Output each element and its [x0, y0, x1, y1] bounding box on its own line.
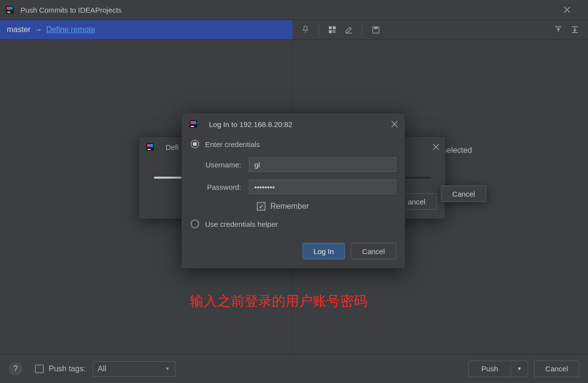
pin-icon[interactable]	[298, 22, 313, 37]
annotation-text: 输入之前登录的用户账号密码	[190, 292, 367, 310]
push-dropdown-icon[interactable]: ▼	[511, 366, 528, 371]
enter-credentials-option[interactable]: Enter credentials	[182, 135, 405, 153]
login-dialog: Log In to 192.168.8.20:82 Enter credenti…	[181, 113, 405, 269]
password-label: Password:	[190, 183, 249, 191]
cancel-button[interactable]: Cancel	[534, 361, 579, 377]
separator	[319, 24, 319, 35]
svg-rect-1	[7, 12, 10, 13]
username-input[interactable]	[249, 157, 396, 172]
help-button[interactable]: ?	[9, 362, 22, 376]
svg-rect-12	[191, 126, 194, 127]
credentials-helper-label: Use credentials helper	[205, 220, 278, 228]
login-buttons: Log In Cancel	[182, 233, 405, 268]
enter-credentials-label: Enter credentials	[205, 140, 260, 148]
credentials-helper-option[interactable]: Use credentials helper	[182, 215, 405, 233]
cancel-button[interactable]: Cancel	[441, 185, 486, 202]
close-icon[interactable]	[564, 6, 583, 13]
svg-rect-8	[374, 27, 378, 29]
expand-icon[interactable]	[568, 22, 582, 37]
window-title: Push Commits to IDEAProjects	[20, 6, 564, 14]
main-titlebar: Push Commits to IDEAProjects	[0, 0, 588, 19]
push-tags-checkbox[interactable]	[35, 365, 44, 373]
svg-rect-3	[333, 26, 336, 29]
toolbar-row: master → Define remote	[0, 19, 588, 40]
svg-rect-4	[329, 30, 332, 33]
branch-selector[interactable]: master → Define remote	[0, 20, 292, 39]
selected-label: selected	[443, 146, 472, 155]
branch-name: master	[7, 25, 31, 34]
diff-toolbar	[292, 20, 588, 39]
remember-label: Remember	[270, 202, 309, 211]
username-label: Username:	[190, 161, 249, 169]
push-tags-combo[interactable]: All ▼	[93, 361, 175, 377]
cancel-button[interactable]: Cancel	[351, 243, 396, 259]
login-titlebar: Log In to 192.168.8.20:82	[182, 113, 405, 135]
save-icon[interactable]	[368, 22, 383, 37]
arrow-icon: →	[35, 25, 42, 34]
password-input[interactable]	[249, 180, 396, 194]
username-row: Username:	[182, 153, 405, 176]
svg-rect-2	[329, 26, 332, 29]
intellij-icon	[189, 119, 198, 129]
push-tags-label: Push tags:	[49, 365, 86, 373]
remember-row[interactable]: ✓ Remember	[182, 198, 405, 215]
login-button[interactable]: Log In	[303, 243, 345, 259]
grid-icon[interactable]	[325, 22, 340, 37]
password-row: Password:	[182, 176, 405, 198]
radio-selected-icon[interactable]	[190, 140, 199, 148]
svg-rect-10	[148, 149, 151, 150]
push-button[interactable]: Push ▼	[468, 361, 528, 377]
login-title-text: Log In to 192.168.8.20:82	[209, 120, 292, 128]
radio-unselected-icon[interactable]	[190, 219, 199, 228]
define-remote-link[interactable]: Define remote	[46, 25, 95, 34]
checkbox-checked-icon[interactable]: ✓	[257, 202, 266, 211]
push-tags-value: All	[98, 365, 107, 373]
define-dialog-title: Defi	[166, 143, 179, 151]
close-icon[interactable]	[433, 144, 439, 150]
footer-bar: ? Push tags: All ▼ Push ▼ Cancel	[0, 354, 588, 383]
intellij-icon	[5, 5, 15, 15]
edit-icon[interactable]	[341, 22, 356, 37]
chevron-down-icon: ▼	[165, 366, 170, 371]
separator	[362, 24, 362, 35]
close-icon[interactable]	[391, 121, 398, 128]
intellij-icon	[145, 142, 155, 152]
push-button-label[interactable]: Push	[469, 361, 511, 377]
collapse-icon[interactable]	[551, 22, 566, 37]
